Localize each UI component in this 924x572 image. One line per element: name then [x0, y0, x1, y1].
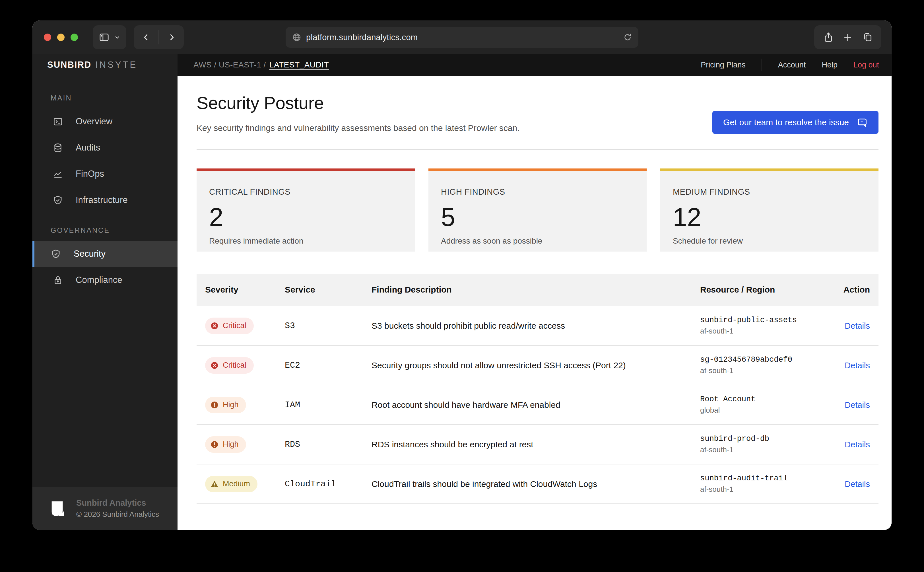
- table-body: Critical S3 S3 buckets should prohibit p…: [197, 306, 879, 504]
- card-value: 12: [673, 204, 866, 230]
- severity-cell: Medium: [205, 476, 285, 492]
- sidebar-main-list: Overview Audits FinOps: [33, 109, 178, 213]
- details-link[interactable]: Details: [845, 480, 870, 489]
- forward-button[interactable]: [167, 33, 177, 42]
- sidebar-item-audits[interactable]: Audits: [33, 135, 178, 161]
- new-tab-icon[interactable]: [842, 32, 853, 43]
- severity-label: High: [223, 400, 239, 409]
- card-description: Schedule for review: [673, 236, 866, 246]
- sidebar-item-compliance[interactable]: Compliance: [33, 267, 178, 293]
- database-icon: [53, 143, 63, 153]
- x-circle-icon: [210, 361, 219, 370]
- chart-line-icon: [53, 169, 63, 179]
- pricing-plans-link[interactable]: Pricing Plans: [701, 61, 746, 70]
- severity-label: Medium: [223, 480, 250, 488]
- breadcrumb-prefix: AWS / US-EAST-1 /: [194, 60, 266, 70]
- app-body: MAIN Overview Audits: [33, 76, 891, 530]
- resource-region: af-south-1: [700, 327, 827, 336]
- severity-badge-high: High: [205, 397, 246, 413]
- browser-sidebar-toggle[interactable]: [93, 25, 126, 49]
- sidebar-section-main: MAIN: [33, 94, 178, 102]
- sidebar-item-security[interactable]: Security: [33, 241, 178, 267]
- card-description: Requires immediate action: [209, 236, 402, 246]
- resource-cell: Root Account global: [700, 395, 827, 415]
- resource-region: af-south-1: [700, 366, 827, 375]
- resource-name: Root Account: [700, 395, 827, 404]
- sidebar-item-overview[interactable]: Overview: [33, 109, 178, 135]
- nav-divider: [761, 59, 762, 71]
- main-content: Security Posture Key security findings a…: [178, 76, 891, 530]
- details-link[interactable]: Details: [845, 440, 870, 449]
- sidebar-item-label: Compliance: [76, 275, 122, 285]
- sidebar-governance-list: Security Compliance: [33, 241, 178, 293]
- shield-check-icon: [53, 195, 63, 205]
- details-link[interactable]: Details: [845, 400, 870, 409]
- findings-table: Severity Service Finding Description Res…: [197, 274, 879, 504]
- share-icon[interactable]: [823, 32, 834, 43]
- column-resource: Resource / Region: [700, 285, 827, 295]
- service-cell: IAM: [285, 400, 372, 410]
- sidebar-item-finops[interactable]: FinOps: [33, 161, 178, 187]
- shield-check-icon: [51, 249, 61, 259]
- severity-label: Critical: [223, 361, 247, 370]
- zoom-window-button[interactable]: [71, 34, 78, 41]
- back-button[interactable]: [141, 33, 151, 42]
- sidebar-footer-text: Sunbird Analytics © 2026 Sunbird Analyti…: [76, 498, 159, 519]
- description-cell: Security groups should not allow unrestr…: [372, 361, 700, 370]
- resolve-issue-label: Get our team to resolve the issue: [723, 118, 849, 127]
- resource-cell: sunbird-audit-trail af-south-1: [700, 474, 827, 494]
- table-row: Medium CloudTrail CloudTrail trails shou…: [197, 465, 879, 504]
- logout-link[interactable]: Log out: [853, 61, 879, 70]
- minimize-window-button[interactable]: [57, 34, 65, 41]
- help-link[interactable]: Help: [822, 61, 837, 70]
- details-link[interactable]: Details: [845, 321, 870, 330]
- footer-company: Sunbird Analytics: [76, 498, 159, 508]
- exclamation-circle-icon: [210, 440, 219, 449]
- brand-product: INSYTE: [95, 60, 137, 70]
- tab-overview-icon[interactable]: [862, 32, 873, 43]
- reload-button[interactable]: [623, 33, 632, 42]
- resource-name: sunbird-public-assets: [700, 316, 827, 325]
- column-service: Service: [285, 285, 372, 295]
- action-cell: Details: [827, 440, 870, 449]
- sidebar-item-label: Audits: [76, 143, 100, 153]
- chevron-down-icon: [114, 34, 121, 41]
- resource-region: af-south-1: [700, 445, 827, 454]
- card-value: 5: [441, 204, 634, 230]
- address-bar[interactable]: platform.sunbirdanalytics.com: [285, 27, 639, 48]
- table-row: High IAM Root account should have hardwa…: [197, 385, 879, 425]
- brand: SUNBIRD INSYTE: [33, 54, 178, 76]
- resource-region: global: [700, 406, 827, 415]
- table-header: Severity Service Finding Description Res…: [197, 274, 879, 306]
- header-divider: [197, 149, 879, 150]
- x-circle-icon: [210, 321, 219, 330]
- card-label: CRITICAL FINDINGS: [209, 187, 402, 197]
- resolve-issue-button[interactable]: Get our team to resolve the issue: [712, 111, 879, 134]
- account-link[interactable]: Account: [778, 61, 806, 70]
- breadcrumb-current[interactable]: LATEST_AUDIT: [270, 60, 329, 70]
- terminal-icon: [53, 117, 63, 127]
- sidebar-item-infrastructure[interactable]: Infrastructure: [33, 187, 178, 213]
- service-cell: EC2: [285, 361, 372, 370]
- details-link[interactable]: Details: [845, 361, 870, 370]
- resource-cell: sunbird-public-assets af-south-1: [700, 316, 827, 336]
- resource-name: sg-0123456789abcdef0: [700, 356, 827, 364]
- severity-cell: Critical: [205, 317, 285, 334]
- window-controls: [44, 34, 78, 41]
- sidebar-footer: Sunbird Analytics © 2026 Sunbird Analyti…: [33, 487, 178, 530]
- footer-copyright: © 2026 Sunbird Analytics: [76, 510, 159, 519]
- browser-history-nav: [134, 25, 184, 49]
- card-value: 2: [209, 204, 402, 230]
- severity-badge-critical: Critical: [205, 317, 254, 334]
- severity-label: High: [223, 440, 239, 449]
- resource-name: sunbird-prod-db: [700, 435, 827, 443]
- severity-cell: High: [205, 397, 285, 413]
- description-cell: Root account should have hardware MFA en…: [372, 400, 700, 410]
- column-action: Action: [827, 285, 870, 295]
- description-cell: RDS instances should be encrypted at res…: [372, 440, 700, 449]
- resource-cell: sg-0123456789abcdef0 af-south-1: [700, 356, 827, 375]
- close-window-button[interactable]: [44, 34, 51, 41]
- browser-window: platform.sunbirdanalytics.com SUNBIRD IN…: [33, 20, 891, 530]
- exclamation-circle-icon: [210, 400, 219, 409]
- description-cell: CloudTrail trails should be integrated w…: [372, 479, 700, 489]
